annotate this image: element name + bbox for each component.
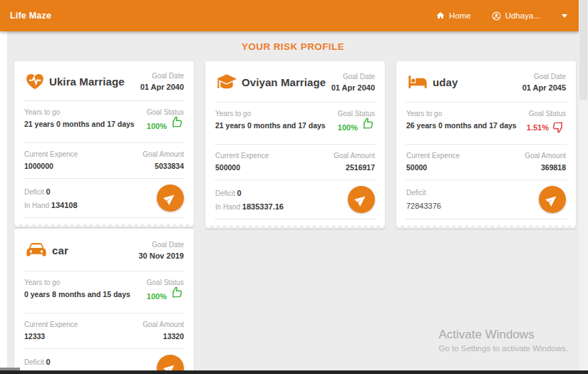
current-expence-value: 12333 — [24, 332, 78, 341]
goal-amount-value: 5033834 — [143, 162, 184, 170]
current-expence-value: 1000000 — [24, 162, 78, 170]
heartbeat-icon — [24, 71, 46, 92]
header-nav: Home Udhaya... — [435, 11, 567, 21]
deficit-line: Deficit 0 — [24, 358, 82, 366]
watermark-line1: Activate Windows — [438, 328, 568, 342]
years-to-go-value: 0 years 8 months and 15 days — [24, 290, 130, 298]
goal-amount-label: Goal Amount — [525, 152, 566, 160]
years-to-go-label: Years to go — [406, 110, 517, 118]
goal-name: uday — [433, 76, 458, 88]
goal-navigate-button[interactable] — [157, 185, 184, 212]
goal-status-percent: 1.51% — [527, 123, 549, 132]
thumbs-up-icon — [169, 285, 184, 303]
vertical-scrollbar[interactable] — [579, 0, 588, 370]
deficit-label: Deficit — [24, 188, 44, 196]
car-icon — [24, 238, 48, 262]
goal-date-label: Goal Date — [140, 72, 184, 80]
activate-windows-watermark: Activate Windows Go to Settings to activ… — [438, 328, 568, 353]
current-expence-value: 50000 — [406, 163, 460, 172]
goal-date-label: Goal Date — [331, 73, 375, 80]
goal-card: car Goal Date 30 Nov 2019 Years to go 0 … — [14, 229, 194, 370]
deficit-label: Deficit — [215, 189, 235, 197]
goal-amount-label: Goal Amount — [143, 150, 184, 158]
goal-date-value: 01 Apr 2040 — [140, 83, 184, 91]
goal-navigate-button[interactable] — [157, 355, 184, 370]
years-to-go-value: 21 years 0 months and 17 days — [24, 120, 135, 128]
nav-home-label: Home — [449, 11, 471, 20]
goal-amount-label: Goal Amount — [143, 321, 184, 328]
current-expence-label: Current Expence — [24, 321, 78, 328]
brand-title: Life Maze — [10, 11, 51, 21]
deficit-value: 0 — [237, 189, 242, 197]
goal-card: uday Goal Date 01 Apr 2045 Years to go 2… — [396, 61, 576, 229]
goal-name: Ukira Marriage — [49, 76, 125, 88]
goal-date-label: Goal Date — [522, 73, 566, 80]
nav-user-label: Udhaya... — [505, 11, 540, 20]
years-to-go-value: 21 years 0 months and 17 days — [215, 121, 326, 130]
deficit-line: Deficit 0 — [24, 187, 78, 196]
nav-home[interactable]: Home — [435, 11, 471, 21]
vertical-scrollbar-thumb[interactable] — [579, 0, 587, 100]
send-icon — [546, 193, 559, 206]
goal-amount-value: 369818 — [525, 163, 566, 172]
goal-date-value: 01 Apr 2040 — [331, 83, 375, 92]
goal-card: Ukira Marriage Goal Date 01 Apr 2040 Yea… — [14, 61, 194, 227]
deficit-value: 72843376 — [406, 202, 441, 210]
taskbar-edge — [0, 370, 588, 374]
goal-status-percent: 100% — [338, 123, 358, 132]
goal-navigate-button[interactable] — [348, 186, 375, 213]
nav-user-menu[interactable]: Udhaya... — [491, 11, 540, 21]
goal-date-label: Goal Date — [138, 241, 184, 249]
in-hand-value: 134108 — [51, 201, 78, 209]
app-header: Life Maze Home Udhaya... — [0, 0, 579, 31]
watermark-line2: Go to Settings to activate Windows. — [438, 344, 568, 353]
deficit-line: Deficit 0 — [215, 189, 284, 197]
card-zigzag-edge — [205, 224, 385, 229]
goal-date-value: 01 Apr 2045 — [522, 83, 566, 92]
goal-navigate-button[interactable] — [539, 186, 566, 213]
goal-card: Oviyan Marriage Goal Date 01 Apr 2040 Ye… — [205, 61, 385, 229]
goal-status-label: Goal Status — [527, 110, 566, 118]
in-hand-line: In Hand 134108 — [24, 201, 78, 209]
years-to-go-label: Years to go — [215, 110, 326, 118]
deficit-value: 0 — [46, 358, 51, 366]
goal-amount-value: 2516917 — [334, 163, 375, 172]
in-hand-value: 1835337.16 — [242, 202, 284, 211]
current-expence-value: 500000 — [215, 163, 269, 172]
goal-status-percent: 100% — [147, 292, 167, 301]
goal-date-value: 30 Nov 2019 — [138, 251, 184, 260]
send-icon — [355, 193, 368, 206]
current-expence-label: Current Expence — [406, 152, 460, 160]
years-to-go-label: Years to go — [24, 108, 135, 116]
send-icon — [164, 362, 177, 370]
deficit-label: Deficit — [406, 189, 426, 197]
goal-status-percent: 100% — [147, 122, 167, 130]
goal-amount-value: 13320 — [143, 332, 184, 341]
deficit-value: 0 — [46, 187, 51, 196]
main-content: YOUR RISK PROFILE — [7, 31, 579, 370]
years-to-go-value: 26 years 0 months and 17 days — [406, 121, 517, 130]
graduation-cap-icon — [215, 71, 238, 93]
goal-amount-label: Goal Amount — [334, 152, 375, 160]
deficit-line: Deficit 72843376 — [406, 189, 441, 210]
card-zigzag-edge — [14, 223, 194, 227]
deficit-label: Deficit — [24, 358, 44, 366]
in-hand-line: In Hand 1835337.16 — [215, 202, 284, 211]
in-hand-label: In Hand — [24, 202, 49, 209]
goal-name: car — [52, 244, 68, 256]
current-expence-label: Current Expence — [215, 152, 269, 160]
page-title: YOUR RISK PROFILE — [7, 31, 579, 61]
chevron-down-icon[interactable] — [562, 14, 567, 18]
thumbs-up-icon — [360, 116, 375, 134]
years-to-go-label: Years to go — [24, 279, 130, 286]
thumbs-up-icon — [169, 115, 184, 133]
home-icon — [435, 11, 445, 21]
goal-name: Oviyan Marriage — [242, 76, 326, 88]
current-expence-label: Current Expence — [24, 150, 78, 158]
user-icon — [491, 11, 502, 21]
card-zigzag-edge — [396, 224, 576, 229]
bed-icon — [406, 71, 429, 93]
send-icon — [164, 192, 177, 204]
cards-grid: Ukira Marriage Goal Date 01 Apr 2040 Yea… — [7, 61, 579, 370]
thumbs-down-icon — [551, 120, 566, 137]
